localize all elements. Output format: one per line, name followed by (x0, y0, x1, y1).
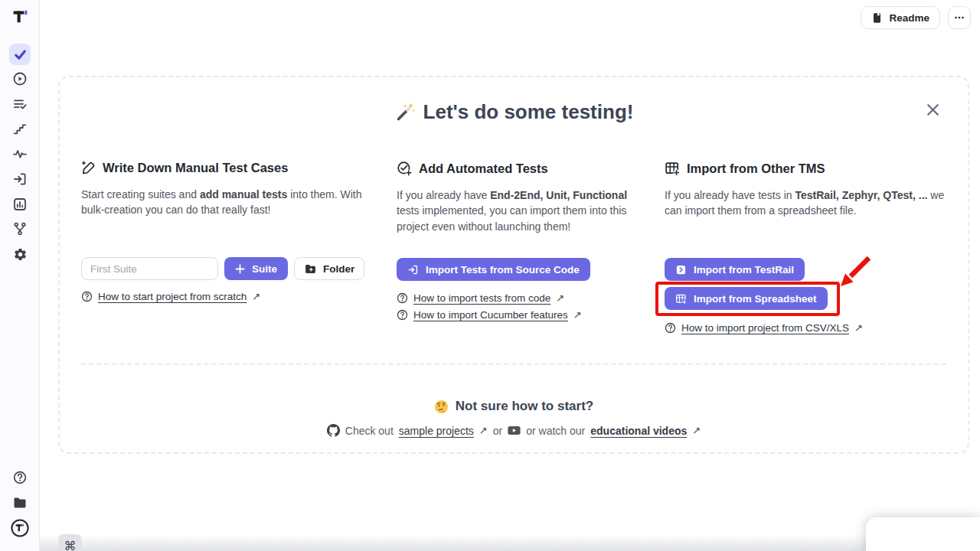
add-folder-button[interactable]: Folder (294, 257, 364, 280)
import-spreadsheet-button[interactable]: Import from Spreadsheet (665, 287, 828, 310)
sidebar-item-runs[interactable] (9, 68, 31, 90)
ellipsis-icon (953, 11, 965, 24)
testrail-icon (675, 264, 687, 276)
box-arrow-in-icon (407, 264, 419, 276)
sidebar-item-branches[interactable] (9, 218, 31, 240)
sidebar-item-settings[interactable] (9, 243, 31, 265)
help-link-row: How to import tests from code ↗ (397, 292, 634, 304)
footer-heading-row: Not sure how to start? (60, 399, 968, 414)
import-source-row: Import Tests from Source Code (397, 258, 634, 281)
thinking-face-emoji (434, 399, 449, 414)
folder-plus-icon (304, 262, 317, 276)
folder-button-label: Folder (323, 263, 354, 275)
bottom-shadow (40, 534, 980, 551)
column-heading: Add Automated Tests (419, 161, 548, 176)
app-logo[interactable] (9, 6, 31, 28)
sidebar-item-milestones[interactable] (9, 118, 31, 139)
close-button[interactable] (923, 99, 942, 119)
sidebar-profile-logo[interactable] (9, 517, 31, 539)
help-circle-icon (397, 309, 408, 321)
help-link-scratch[interactable]: How to start project from scratch (98, 291, 247, 302)
stairs-icon (12, 121, 28, 136)
bar-chart-icon (12, 197, 28, 212)
import-spreadsheet-label: Import from Spreadsheet (694, 293, 817, 305)
column-heading: Write Down Manual Test Cases (103, 161, 288, 175)
logo-circle-icon (10, 518, 30, 538)
or-text: or (493, 425, 502, 437)
check-out-text: Check out (345, 425, 394, 437)
import-source-code-button[interactable]: Import Tests from Source Code (397, 258, 590, 281)
tms-buttons: Import from TestRail Import from Spreads… (665, 258, 945, 310)
corner-popover[interactable] (866, 517, 980, 551)
list-check-icon (12, 96, 28, 112)
help-link-import-code[interactable]: How to import tests from code (413, 292, 550, 304)
card-title-row: Let's do some testing! (60, 100, 968, 124)
sidebar-item-help[interactable] (9, 467, 31, 488)
sidebar-item-test-plans[interactable] (9, 93, 31, 115)
help-link-row: How to import project from CSV/XLS ↗ (665, 322, 945, 334)
annotated-button-wrap: Import from Spreadsheet (665, 287, 828, 310)
column-description: If you already have tests in TestRail, Z… (665, 187, 945, 252)
sidebar-item-tests[interactable] (9, 44, 31, 65)
sidebar-item-import[interactable] (9, 168, 31, 190)
column-heading-row: Add Automated Tests (397, 161, 634, 176)
first-suite-input[interactable] (81, 257, 218, 280)
educational-videos-link[interactable]: educational videos (590, 425, 687, 437)
column-import-tms: Import from Other TMS If you already hav… (665, 161, 945, 339)
footer-heading: Not sure how to start? (456, 399, 593, 414)
command-key-symbol: ⌘ (64, 539, 77, 551)
help-link-csv-xls[interactable]: How to import project from CSV/XLS (681, 322, 849, 334)
column-heading-row: Write Down Manual Test Cases (81, 161, 366, 175)
help-circle-icon (665, 322, 676, 334)
box-arrow-in-icon (12, 171, 28, 187)
sidebar-item-analytics[interactable] (9, 194, 31, 215)
help-circle-icon (81, 291, 93, 302)
suite-action-row: Suite Folder (81, 257, 366, 280)
onboarding-columns: Write Down Manual Test Cases Start creat… (60, 161, 968, 339)
import-testrail-button[interactable]: Import from TestRail (665, 258, 805, 281)
folder-icon (12, 495, 28, 510)
github-icon (327, 424, 340, 437)
sidebar-item-pulse[interactable] (9, 143, 31, 165)
external-link-icon: ↗ (854, 322, 863, 334)
suite-button-label: Suite (252, 263, 277, 275)
column-description: If you already have End-2End, Unit, Func… (397, 187, 634, 252)
onboarding-card: Let's do some testing! Write Down Manual… (58, 76, 969, 454)
import-source-label: Import Tests from Source Code (426, 264, 580, 276)
dashed-divider (81, 364, 946, 365)
sample-projects-link[interactable]: sample projects (399, 425, 474, 437)
sidebar-item-projects[interactable] (9, 492, 31, 514)
external-link-icon: ↗ (479, 425, 488, 436)
help-link-row: How to start project from scratch ↗ (81, 291, 366, 302)
column-manual-tests: Write Down Manual Test Cases Start creat… (81, 161, 366, 339)
plus-icon (235, 264, 245, 274)
command-key-chip[interactable]: ⌘ (58, 534, 82, 551)
youtube-icon (508, 425, 521, 435)
external-link-icon: ↗ (692, 425, 701, 436)
or-watch-text: or watch our (526, 425, 585, 437)
git-branch-icon (12, 221, 28, 236)
annotation-arrow (831, 253, 875, 295)
add-suite-button[interactable]: Suite (224, 257, 288, 280)
more-options-button[interactable] (948, 6, 971, 29)
table-plus-icon (665, 161, 680, 176)
footer-links-row: Check out sample projects ↗ or or watch … (60, 424, 968, 437)
import-testrail-label: Import from TestRail (694, 264, 794, 276)
check-icon (14, 48, 27, 61)
external-link-icon: ↗ (252, 291, 260, 302)
help-circle-icon (397, 292, 408, 304)
external-link-icon: ↗ (573, 309, 582, 321)
page-title: Let's do some testing! (423, 100, 634, 124)
readme-label: Readme (889, 12, 929, 24)
spreadsheet-plus-icon (675, 293, 687, 305)
pulse-icon (12, 146, 28, 161)
help-circle-icon (12, 470, 28, 485)
sidebar (0, 0, 40, 551)
column-heading-row: Import from Other TMS (665, 161, 945, 176)
pen-sparkle-icon (81, 161, 96, 175)
column-automated-tests: Add Automated Tests If you already have … (397, 161, 634, 339)
gear-icon (13, 247, 28, 262)
readme-button[interactable]: Readme (861, 6, 940, 29)
help-link-cucumber[interactable]: How to import Cucumber features (413, 309, 568, 321)
column-heading: Import from Other TMS (687, 161, 825, 176)
